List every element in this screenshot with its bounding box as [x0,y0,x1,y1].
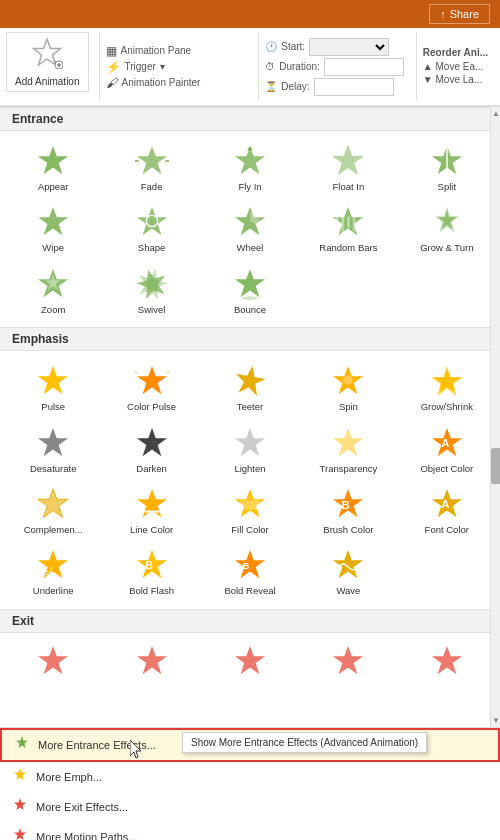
entrance-anim-grow-&-turn[interactable]: Grow & Turn [398,198,496,259]
reorder-title: Reorder Ani... [423,47,488,58]
exit-anim-4[interactable] [398,637,496,685]
emphasis-anim-fillcolor[interactable]: Fill Color [201,480,299,541]
svg-marker-42 [136,427,166,455]
emphasis-anim-darken[interactable]: Darken [102,419,200,480]
anim-icon [330,547,366,583]
emphasis-anim-boldreveal[interactable]: B Bold Reveal [201,541,299,602]
entrance-anim-float-in[interactable]: Float In [299,137,397,198]
scroll-down-arrow[interactable]: ▼ [491,716,500,725]
entrance-anim-appear[interactable]: Appear [4,137,102,198]
timing-section: 🕐 Start: ⏱ Duration: ⏳ Delay: [258,32,410,101]
anim-icon [232,204,268,240]
anim-label: Grow/Shrink [421,401,473,412]
emphasis-anim-teeter[interactable]: Teeter [201,357,299,418]
svg-marker-41 [38,427,68,455]
svg-point-31 [242,296,257,300]
anim-icon [134,143,170,179]
anim-icon [134,643,170,679]
more-effect-label: More Motion Paths... [36,831,138,840]
entrance-anim-bounce[interactable]: Bounce [201,260,299,321]
more-effect-item-2[interactable]: More Exit Effects... [0,792,500,822]
emphasis-anim-brushcolor[interactable]: B Brush Color [299,480,397,541]
svg-rect-15 [36,205,40,239]
share-button[interactable]: ↑ Share [429,4,490,24]
scrollbar-thumb[interactable] [491,448,500,484]
add-animation-button[interactable]: Add Animation [6,32,89,92]
svg-marker-64 [38,646,68,674]
exit-anim-1[interactable] [102,637,200,685]
anim-icon [330,425,366,461]
emphasis-anim-boldflash[interactable]: B Bold Flash [102,541,200,602]
emphasis-anim-colorpulse[interactable]: Color Pulse [102,357,200,418]
more-effects-area: More Entrance Effects... Show More Entra… [0,727,500,840]
delay-row: ⏳ Delay: [265,78,404,96]
exit-anim-0[interactable] [4,637,102,685]
move-earlier-button[interactable]: ▲ Move Ea... [423,60,488,73]
ribbon-main: Add Animation ▦ Animation Pane ⚡ Trigger… [0,28,500,106]
entrance-anim-split[interactable]: Split [398,137,496,198]
svg-text:U: U [46,564,53,575]
more-effect-item-3[interactable]: More Motion Paths... [0,822,500,840]
svg-text:B: B [145,560,153,571]
entrance-anim-fly-in[interactable]: Fly In [201,137,299,198]
duration-input[interactable] [324,58,404,76]
anim-label: Transparency [320,463,378,474]
animation-painter-button[interactable]: 🖌 Animation Painter [106,76,201,90]
svg-line-34 [135,372,137,374]
emphasis-anim-desaturate[interactable]: Desaturate [4,419,102,480]
svg-text:B: B [342,499,350,511]
emphasis-anim-transparency[interactable]: Transparency [299,419,397,480]
more-effect-label: More Entrance Effects... [38,739,156,751]
anim-icon [35,425,71,461]
scrollbar-track[interactable]: ▲ ▼ [490,107,500,727]
anim-label: Fly In [238,181,261,192]
emphasis-anim-objectcolor[interactable]: A Object Color [398,419,496,480]
svg-marker-44 [333,427,363,455]
entrance-anim-swivel[interactable]: Swivel [102,260,200,321]
anim-icon [35,486,71,522]
start-row: 🕐 Start: [265,38,404,56]
anim-label: Appear [38,181,69,192]
anim-icon: U [35,547,71,583]
emphasis-anim-underline[interactable]: U Underline [4,541,102,602]
anim-label: Brush Color [323,524,373,535]
svg-marker-16 [136,207,166,235]
emphasis-anim-wave[interactable]: Wave [299,541,397,602]
emphasis-section-title: Emphasis [0,327,500,351]
entrance-anim-random-bars[interactable]: Random Bars [299,198,397,259]
svg-marker-30 [235,269,265,297]
emphasis-anim-complemen[interactable]: Complemen... [4,480,102,541]
anim-label: Zoom [41,304,65,315]
entrance-anim-zoom[interactable]: Zoom [4,260,102,321]
emphasis-anim-grow/shrink[interactable]: Grow/Shrink [398,357,496,418]
more-effect-icon [12,827,28,840]
start-select[interactable] [309,38,389,56]
exit-anim-3[interactable] [299,637,397,685]
animation-pane-button[interactable]: ▦ Animation Pane [106,44,201,58]
emphasis-anim-linecolor[interactable]: Line Color [102,480,200,541]
entrance-anim-shape[interactable]: Shape [102,198,200,259]
emphasis-anim-fontcolor[interactable]: A Font Color [398,480,496,541]
emphasis-anim-lighten[interactable]: Lighten [201,419,299,480]
exit-anim-2[interactable] [201,637,299,685]
svg-marker-49 [136,489,166,517]
delay-input[interactable] [314,78,394,96]
duration-label: Duration: [279,61,320,72]
anim-label: Underline [33,585,74,596]
entrance-anim-wipe[interactable]: Wipe [4,198,102,259]
svg-rect-20 [336,215,339,230]
anim-label: Wipe [42,242,64,253]
move-later-button[interactable]: ▼ Move La... [423,73,488,86]
emphasis-anim-pulse[interactable]: Pulse [4,357,102,418]
more-effect-item-1[interactable]: More Emph... [0,762,500,792]
anim-icon [35,204,71,240]
reorder-section: Reorder Ani... ▲ Move Ea... ▼ Move La... [416,32,494,101]
entrance-anim-fade[interactable]: Fade [102,137,200,198]
more-effect-item-0[interactable]: More Entrance Effects... Show More Entra… [0,728,500,762]
scroll-up-arrow[interactable]: ▲ [491,109,500,118]
svg-marker-65 [136,646,166,674]
emphasis-anim-spin[interactable]: Spin [299,357,397,418]
entrance-anim-wheel[interactable]: Wheel [201,198,299,259]
trigger-button[interactable]: ⚡ Trigger ▾ [106,60,201,74]
painter-icon: 🖌 [106,76,118,90]
